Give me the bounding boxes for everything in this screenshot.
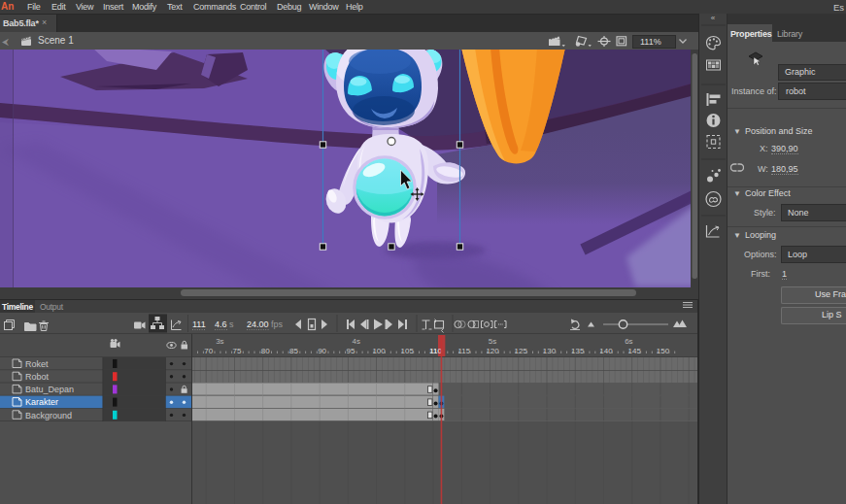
svg-text:145: 145: [628, 347, 642, 355]
svg-text:90: 90: [318, 347, 326, 355]
svg-text:135: 135: [571, 347, 585, 355]
svg-text:6s: 6s: [625, 337, 632, 346]
svg-text:24.00 fps: 24.00 fps: [247, 319, 284, 329]
svg-text:4.6 s: 4.6 s: [215, 319, 234, 329]
svg-text:Background: Background: [25, 411, 72, 420]
svg-text:Karakter: Karakter: [25, 397, 58, 407]
svg-text:115: 115: [457, 347, 470, 355]
svg-text:3s: 3s: [216, 337, 223, 346]
svg-text:Robot: Robot: [25, 372, 50, 382]
svg-text:4s: 4s: [352, 337, 359, 346]
svg-text:Roket: Roket: [25, 359, 49, 369]
svg-text:70: 70: [204, 347, 213, 355]
svg-text:95: 95: [346, 347, 355, 355]
svg-text:85: 85: [289, 347, 298, 355]
svg-text:Output: Output: [40, 302, 64, 312]
svg-text:«: «: [711, 14, 716, 22]
svg-text:140: 140: [599, 347, 613, 355]
svg-text:120: 120: [486, 347, 499, 355]
svg-text:105: 105: [401, 347, 415, 355]
svg-text:125: 125: [515, 347, 528, 355]
svg-text:80: 80: [261, 347, 270, 355]
svg-text:150: 150: [657, 347, 670, 355]
svg-text:Batu_Depan: Batu_Depan: [25, 385, 74, 394]
svg-text:5s: 5s: [489, 337, 496, 346]
svg-text:100: 100: [372, 347, 386, 355]
svg-text:Timeline: Timeline: [2, 302, 34, 312]
svg-text:75: 75: [232, 347, 241, 355]
svg-text:110: 110: [429, 347, 442, 355]
svg-text:130: 130: [543, 347, 557, 355]
svg-text:111: 111: [192, 319, 206, 329]
